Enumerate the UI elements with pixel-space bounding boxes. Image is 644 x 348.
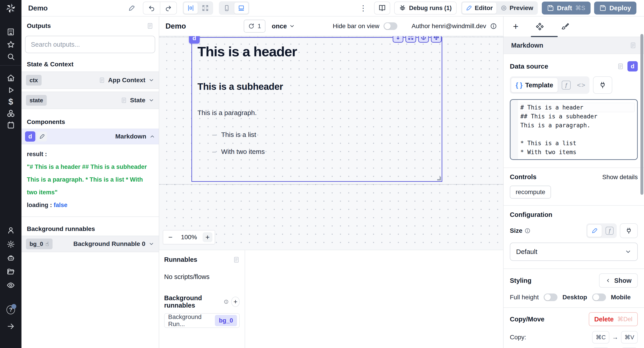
info-icon[interactable] <box>224 299 228 305</box>
settings-icon[interactable] <box>6 240 15 248</box>
zoom-in-button[interactable]: + <box>202 232 212 242</box>
resize-handle[interactable] <box>437 177 441 180</box>
fullscreen-button[interactable] <box>406 36 416 43</box>
info-icon[interactable] <box>524 228 530 234</box>
bg-runnable-item-label: Background Run... <box>168 313 215 328</box>
more-menu-icon[interactable]: ⋮ <box>359 4 367 12</box>
styling-show-button[interactable]: Show <box>599 273 638 288</box>
markdown-component[interactable]: d This is a header This is a subheader T… <box>192 37 442 182</box>
expand-down-button[interactable] <box>393 36 404 43</box>
md-list-item: With two items <box>212 148 436 156</box>
editor-tab[interactable]: Editor <box>462 2 497 14</box>
info-icon[interactable] <box>490 23 497 29</box>
desktop-view-button[interactable] <box>234 2 248 14</box>
home-icon[interactable] <box>6 74 15 82</box>
chevron-down-icon[interactable] <box>148 97 154 103</box>
component-d-row[interactable]: d Markdown <box>22 129 159 144</box>
template-label: Template <box>525 82 553 89</box>
schedules-icon[interactable] <box>6 121 15 129</box>
show-details-link[interactable]: Show details <box>602 174 638 181</box>
resources-icon[interactable] <box>6 109 15 118</box>
delete-button[interactable]: Delete ⌘Del <box>589 312 638 326</box>
windmill-logo[interactable] <box>0 0 22 16</box>
fx-mode-button[interactable]: ƒ <box>559 81 573 90</box>
canvas-grid[interactable]: d This is a header This is a subheader T… <box>159 36 503 250</box>
desktop-toggle[interactable] <box>592 294 606 301</box>
runs-icon[interactable] <box>6 86 15 94</box>
workers-icon[interactable] <box>6 254 15 262</box>
connect-plug-button[interactable] <box>620 223 638 238</box>
zoom-out-button[interactable]: − <box>166 232 175 242</box>
bg0-chip: bg_0☝ <box>26 239 52 249</box>
notification-dot <box>12 304 16 309</box>
chevron-down-icon[interactable] <box>148 77 154 83</box>
state-row[interactable]: state State <box>22 92 159 109</box>
full-height-toggle[interactable] <box>544 294 558 301</box>
size-select[interactable]: Default <box>510 243 638 261</box>
refresh-mode-dropdown[interactable]: once <box>272 22 295 30</box>
doc-icon[interactable] <box>630 42 636 49</box>
centered-layout-button[interactable] <box>184 2 198 14</box>
redo-button[interactable] <box>160 2 176 14</box>
search-icon[interactable] <box>6 52 15 61</box>
refresh-counter[interactable]: 1 <box>244 20 266 33</box>
folders-icon[interactable] <box>6 267 15 276</box>
full-height-label: Full height <box>510 294 539 301</box>
doc-icon[interactable] <box>233 256 240 263</box>
favorites-icon[interactable] <box>6 40 15 49</box>
hide-bar-toggle[interactable] <box>384 22 397 30</box>
deploy-button[interactable]: Deploy <box>594 1 636 14</box>
connect-plug-button[interactable] <box>593 76 612 94</box>
docs-button[interactable] <box>374 1 390 14</box>
component-tag[interactable]: d <box>189 36 200 43</box>
move-button[interactable] <box>431 36 442 43</box>
template-mode-button[interactable]: { } Template <box>511 78 558 92</box>
debug-runs-button[interactable]: Debug runs (1) <box>394 1 456 14</box>
component-settings-tab[interactable] <box>536 22 544 31</box>
mobile-label: Mobile <box>611 294 631 301</box>
chevron-left-icon <box>605 278 611 283</box>
anchor-button[interactable] <box>418 36 429 43</box>
size-fx-button[interactable]: ƒ <box>603 227 616 235</box>
variables-icon[interactable]: $ <box>6 97 15 106</box>
markdown-template-editor[interactable]: # This is a header ## This is a subheade… <box>510 99 638 160</box>
bg-runnable-item[interactable]: Background Run... bg_0 <box>164 313 240 328</box>
mobile-view-button[interactable] <box>220 2 234 14</box>
search-outputs-input[interactable] <box>31 41 149 48</box>
size-select-value: Default <box>516 248 537 256</box>
audit-logs-icon[interactable] <box>6 281 15 290</box>
draft-button[interactable]: Draft ⌘S <box>542 1 591 14</box>
doc-icon[interactable] <box>617 63 624 70</box>
arrow-right-glyph: → <box>612 334 618 341</box>
code-mode-button[interactable]: <> <box>574 81 588 89</box>
left-rail: $ ? <box>0 0 22 348</box>
doc-icon[interactable] <box>147 22 154 29</box>
ctx-label: App Context <box>108 77 145 84</box>
active-tab-underline <box>531 36 558 37</box>
insert-component-tab[interactable]: + <box>513 22 518 31</box>
chevron-down-icon[interactable] <box>148 241 154 247</box>
styling-title: Styling <box>510 277 532 284</box>
styling-tab[interactable] <box>561 22 569 31</box>
preview-tab[interactable]: Preview <box>497 2 537 14</box>
configuration-title: Configuration <box>510 211 552 218</box>
users-icon[interactable] <box>6 226 15 234</box>
edit-title-icon[interactable] <box>128 4 135 12</box>
refresh-icon <box>248 23 254 29</box>
settings-panel: + Markdown Data source d { } Template ƒ <box>503 16 644 348</box>
help-icon[interactable]: ? <box>6 306 15 314</box>
size-static-button[interactable] <box>587 224 602 237</box>
workspace-icon[interactable] <box>6 28 15 36</box>
chevron-up-icon[interactable] <box>149 134 155 139</box>
expand-rail-icon[interactable] <box>6 322 15 331</box>
scrollbar-thumb[interactable] <box>640 34 643 195</box>
code-line: This is a paragraph. <box>520 121 634 130</box>
recompute-button[interactable]: recompute <box>510 186 551 198</box>
fullwidth-layout-button[interactable] <box>198 2 212 14</box>
ctx-row[interactable]: ctx App Context <box>22 71 159 89</box>
undo-button[interactable] <box>143 2 160 14</box>
bg-runnable-row[interactable]: bg_0☝ Background Runnable 0 <box>22 236 159 252</box>
add-background-runnable-button[interactable]: + <box>231 297 240 307</box>
preview-icon <box>501 5 507 11</box>
rename-component-icon[interactable] <box>37 132 47 141</box>
